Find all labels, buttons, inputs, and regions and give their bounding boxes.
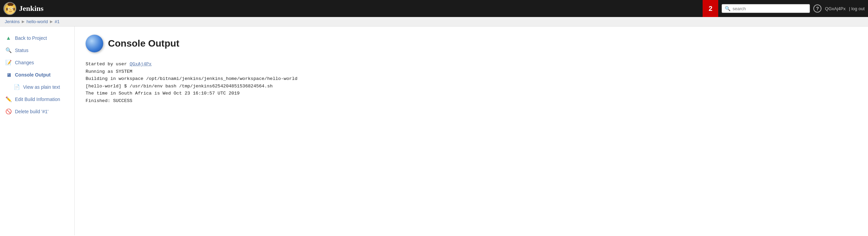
sidebar-label-delete: Delete build '#1' xyxy=(15,109,49,114)
breadcrumb-build-number[interactable]: #1 xyxy=(55,19,59,24)
sidebar-item-status[interactable]: Status xyxy=(0,44,74,56)
user-name[interactable]: QGxAj4Px xyxy=(825,6,846,11)
svg-point-1 xyxy=(7,3,14,6)
main-layout: Back to Project Status Changes Console O… xyxy=(0,27,868,235)
sidebar-label-console: Console Output xyxy=(15,72,51,78)
breadcrumb-sep-1: ▶ xyxy=(22,19,24,24)
console-line-6: Finished: SUCCESS xyxy=(86,97,857,105)
svg-rect-8 xyxy=(6,8,8,11)
breadcrumb-sep-2: ▶ xyxy=(50,19,53,24)
sidebar-item-console-output[interactable]: Console Output xyxy=(0,69,74,81)
changes-icon xyxy=(5,59,12,66)
svg-rect-9 xyxy=(13,8,15,11)
logout-link[interactable]: | log out xyxy=(849,6,865,11)
header-logo: Jenkins xyxy=(3,2,699,15)
build-number-badge: 2 xyxy=(703,0,718,17)
sidebar-item-back-to-project[interactable]: Back to Project xyxy=(0,32,74,44)
sidebar-item-delete-build[interactable]: Delete build '#1' xyxy=(0,105,74,118)
sidebar-label-changes: Changes xyxy=(15,60,34,65)
breadcrumb: Jenkins ▶ hello-world ▶ #1 xyxy=(0,17,868,27)
page-title-area: Console Output xyxy=(86,35,857,52)
search-input[interactable] xyxy=(733,6,807,11)
console-line-4: [hello-world] $ /usr/bin/env bash /tmp/j… xyxy=(86,83,857,90)
search-container: 🔍 xyxy=(722,4,810,13)
console-line-1: Started by user QGxAj4Px xyxy=(86,61,857,68)
blue-sphere-icon xyxy=(86,35,103,52)
svg-point-7 xyxy=(10,10,11,10)
console-line-3: Building in workspace /opt/bitnami/jenki… xyxy=(86,75,857,83)
sidebar-label-status: Status xyxy=(15,48,29,53)
console-line-2: Running as SYSTEM xyxy=(86,68,857,75)
sidebar: Back to Project Status Changes Console O… xyxy=(0,27,75,235)
sidebar-item-changes[interactable]: Changes xyxy=(0,56,74,69)
sidebar-label-edit-build: Edit Build Information xyxy=(15,97,60,102)
status-icon xyxy=(5,47,12,54)
jenkins-logo xyxy=(3,2,16,15)
edit-icon xyxy=(5,96,12,103)
content-area: Console Output Started by user QGxAj4Px … xyxy=(75,27,868,235)
arrow-up-icon xyxy=(5,34,12,42)
sidebar-label-view-plain: View as plain text xyxy=(23,84,60,90)
sidebar-item-edit-build-info[interactable]: Edit Build Information xyxy=(0,93,74,105)
svg-point-5 xyxy=(8,8,9,9)
user-link[interactable]: QGxAj4Px xyxy=(130,62,152,67)
sidebar-item-view-plain-text[interactable]: View as plain text xyxy=(0,81,74,93)
delete-icon xyxy=(5,108,12,115)
console-icon xyxy=(5,71,12,79)
console-line-5: The time in South Africa is Wed Oct 23 1… xyxy=(86,90,857,97)
app-title: Jenkins xyxy=(19,4,43,13)
breadcrumb-jenkins[interactable]: Jenkins xyxy=(5,19,20,24)
svg-point-6 xyxy=(12,8,13,9)
page-title: Console Output xyxy=(108,38,179,49)
sidebar-label-back: Back to Project xyxy=(15,35,47,41)
search-icon: 🔍 xyxy=(725,6,730,11)
console-output: Started by user QGxAj4Px Running as SYST… xyxy=(86,61,857,105)
help-icon[interactable]: ? xyxy=(813,4,821,13)
breadcrumb-hello-world[interactable]: hello-world xyxy=(26,19,48,24)
file-icon xyxy=(13,83,20,91)
header: Jenkins 2 🔍 ? QGxAj4Px | log out xyxy=(0,0,868,17)
